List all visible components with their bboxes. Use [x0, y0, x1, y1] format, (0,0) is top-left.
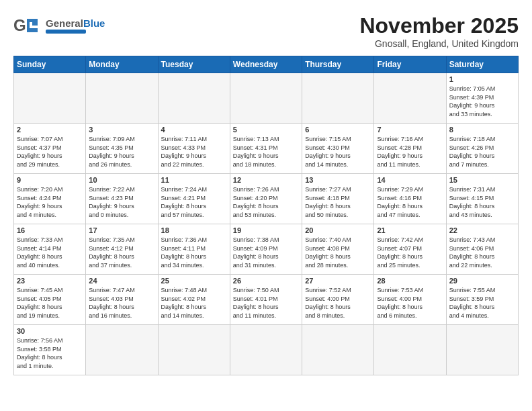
- calendar-cell: 8Sunrise: 7:18 AM Sunset: 4:26 PM Daylig…: [446, 124, 518, 174]
- calendar-cell: 15Sunrise: 7:31 AM Sunset: 4:15 PM Dayli…: [446, 174, 518, 224]
- calendar-cell: 9Sunrise: 7:20 AM Sunset: 4:24 PM Daylig…: [14, 174, 86, 224]
- day-info: Sunrise: 7:45 AM Sunset: 4:05 PM Dayligh…: [17, 286, 83, 320]
- day-info: Sunrise: 7:42 AM Sunset: 4:07 PM Dayligh…: [377, 236, 443, 269]
- day-number: 18: [161, 226, 227, 234]
- day-info: Sunrise: 7:26 AM Sunset: 4:20 PM Dayligh…: [233, 185, 299, 219]
- month-title: November 2025: [359, 13, 519, 38]
- day-header-wednesday: Wednesday: [230, 56, 302, 73]
- logo-blue: Blue: [83, 17, 105, 29]
- week-row-4: 16Sunrise: 7:33 AM Sunset: 4:14 PM Dayli…: [14, 224, 519, 275]
- day-info: Sunrise: 7:43 AM Sunset: 4:06 PM Dayligh…: [449, 236, 515, 269]
- day-number: 23: [17, 277, 83, 285]
- day-info: Sunrise: 7:38 AM Sunset: 4:09 PM Dayligh…: [233, 236, 299, 269]
- day-info: Sunrise: 7:11 AM Sunset: 4:33 PM Dayligh…: [161, 135, 227, 169]
- calendar-cell: [230, 73, 302, 124]
- day-info: Sunrise: 7:07 AM Sunset: 4:37 PM Dayligh…: [17, 135, 83, 169]
- week-row-5: 23Sunrise: 7:45 AM Sunset: 4:05 PM Dayli…: [14, 275, 519, 325]
- day-header-sunday: Sunday: [14, 56, 86, 73]
- title-block: November 2025 Gnosall, England, United K…: [359, 13, 519, 49]
- day-number: 1: [449, 75, 515, 83]
- logo: G GeneralBlue: [13, 13, 105, 38]
- day-info: Sunrise: 7:29 AM Sunset: 4:16 PM Dayligh…: [377, 185, 443, 219]
- calendar-cell: 2Sunrise: 7:07 AM Sunset: 4:37 PM Daylig…: [14, 124, 86, 174]
- calendar-cell: 6Sunrise: 7:15 AM Sunset: 4:30 PM Daylig…: [302, 124, 374, 174]
- day-info: Sunrise: 7:56 AM Sunset: 3:58 PM Dayligh…: [17, 336, 83, 370]
- logo-general: General: [46, 17, 83, 29]
- day-header-monday: Monday: [86, 56, 158, 73]
- day-number: 21: [377, 226, 443, 234]
- day-info: Sunrise: 7:27 AM Sunset: 4:18 PM Dayligh…: [305, 185, 371, 219]
- day-header-thursday: Thursday: [302, 56, 374, 73]
- day-number: 13: [305, 176, 371, 184]
- day-info: Sunrise: 7:53 AM Sunset: 4:00 PM Dayligh…: [377, 286, 443, 320]
- calendar-cell: 3Sunrise: 7:09 AM Sunset: 4:35 PM Daylig…: [86, 124, 158, 174]
- day-number: 7: [377, 126, 443, 134]
- day-info: Sunrise: 7:31 AM Sunset: 4:15 PM Dayligh…: [449, 185, 515, 219]
- logo-bar: [46, 30, 86, 34]
- calendar-cell: 13Sunrise: 7:27 AM Sunset: 4:18 PM Dayli…: [302, 174, 374, 224]
- week-row-2: 2Sunrise: 7:07 AM Sunset: 4:37 PM Daylig…: [14, 124, 519, 174]
- calendar-cell: [230, 325, 302, 375]
- day-number: 8: [449, 126, 515, 134]
- calendar-cell: 22Sunrise: 7:43 AM Sunset: 4:06 PM Dayli…: [446, 224, 518, 275]
- calendar-cell: [446, 325, 518, 375]
- day-number: 9: [17, 176, 83, 184]
- page-header: G GeneralBlue November 2025 Gnosall, Eng…: [13, 13, 519, 49]
- week-row-3: 9Sunrise: 7:20 AM Sunset: 4:24 PM Daylig…: [14, 174, 519, 224]
- calendar-cell: [374, 73, 446, 124]
- day-number: 24: [89, 277, 154, 285]
- calendar-cell: 17Sunrise: 7:35 AM Sunset: 4:12 PM Dayli…: [86, 224, 158, 275]
- calendar-cell: 7Sunrise: 7:16 AM Sunset: 4:28 PM Daylig…: [374, 124, 446, 174]
- day-info: Sunrise: 7:09 AM Sunset: 4:35 PM Dayligh…: [89, 135, 154, 169]
- calendar-header-row: SundayMondayTuesdayWednesdayThursdayFrid…: [14, 56, 519, 73]
- calendar-cell: 18Sunrise: 7:36 AM Sunset: 4:11 PM Dayli…: [158, 224, 230, 275]
- day-number: 22: [449, 226, 515, 234]
- day-header-saturday: Saturday: [446, 56, 518, 73]
- day-header-tuesday: Tuesday: [158, 56, 230, 73]
- day-number: 17: [89, 226, 154, 234]
- calendar-cell: [86, 325, 158, 375]
- calendar-cell: 10Sunrise: 7:22 AM Sunset: 4:23 PM Dayli…: [86, 174, 158, 224]
- day-number: 11: [161, 176, 227, 184]
- day-number: 14: [377, 176, 443, 184]
- calendar-cell: [302, 325, 374, 375]
- calendar-cell: [374, 325, 446, 375]
- calendar-cell: 25Sunrise: 7:48 AM Sunset: 4:02 PM Dayli…: [158, 275, 230, 325]
- calendar-cell: 29Sunrise: 7:55 AM Sunset: 3:59 PM Dayli…: [446, 275, 518, 325]
- day-info: Sunrise: 7:55 AM Sunset: 3:59 PM Dayligh…: [449, 286, 515, 320]
- day-info: Sunrise: 7:13 AM Sunset: 4:31 PM Dayligh…: [233, 135, 299, 169]
- calendar-cell: 28Sunrise: 7:53 AM Sunset: 4:00 PM Dayli…: [374, 275, 446, 325]
- calendar-cell: 30Sunrise: 7:56 AM Sunset: 3:58 PM Dayli…: [14, 325, 86, 375]
- day-number: 4: [161, 126, 227, 134]
- day-info: Sunrise: 7:40 AM Sunset: 4:08 PM Dayligh…: [305, 236, 371, 269]
- day-number: 16: [17, 226, 83, 234]
- day-number: 19: [233, 226, 299, 234]
- day-info: Sunrise: 7:05 AM Sunset: 4:39 PM Dayligh…: [449, 85, 515, 118]
- calendar-cell: 1Sunrise: 7:05 AM Sunset: 4:39 PM Daylig…: [446, 73, 518, 124]
- day-info: Sunrise: 7:15 AM Sunset: 4:30 PM Dayligh…: [305, 135, 371, 169]
- day-number: 12: [233, 176, 299, 184]
- calendar-cell: 11Sunrise: 7:24 AM Sunset: 4:21 PM Dayli…: [158, 174, 230, 224]
- day-number: 29: [449, 277, 515, 285]
- day-info: Sunrise: 7:50 AM Sunset: 4:01 PM Dayligh…: [233, 286, 299, 320]
- calendar-cell: 16Sunrise: 7:33 AM Sunset: 4:14 PM Dayli…: [14, 224, 86, 275]
- day-number: 26: [233, 277, 299, 285]
- svg-marker-1: [27, 19, 38, 32]
- calendar-cell: 27Sunrise: 7:52 AM Sunset: 4:00 PM Dayli…: [302, 275, 374, 325]
- day-number: 15: [449, 176, 515, 184]
- calendar-cell: [302, 73, 374, 124]
- svg-text:G: G: [13, 16, 26, 34]
- logo-icon: G: [13, 13, 43, 38]
- day-number: 27: [305, 277, 371, 285]
- calendar-cell: 21Sunrise: 7:42 AM Sunset: 4:07 PM Dayli…: [374, 224, 446, 275]
- day-info: Sunrise: 7:35 AM Sunset: 4:12 PM Dayligh…: [89, 236, 154, 269]
- calendar-cell: 24Sunrise: 7:47 AM Sunset: 4:03 PM Dayli…: [86, 275, 158, 325]
- day-info: Sunrise: 7:33 AM Sunset: 4:14 PM Dayligh…: [17, 236, 83, 269]
- calendar-cell: 23Sunrise: 7:45 AM Sunset: 4:05 PM Dayli…: [14, 275, 86, 325]
- calendar-cell: 4Sunrise: 7:11 AM Sunset: 4:33 PM Daylig…: [158, 124, 230, 174]
- day-info: Sunrise: 7:36 AM Sunset: 4:11 PM Dayligh…: [161, 236, 227, 269]
- day-number: 2: [17, 126, 83, 134]
- calendar-cell: [14, 73, 86, 124]
- calendar-cell: 5Sunrise: 7:13 AM Sunset: 4:31 PM Daylig…: [230, 124, 302, 174]
- calendar-cell: [158, 325, 230, 375]
